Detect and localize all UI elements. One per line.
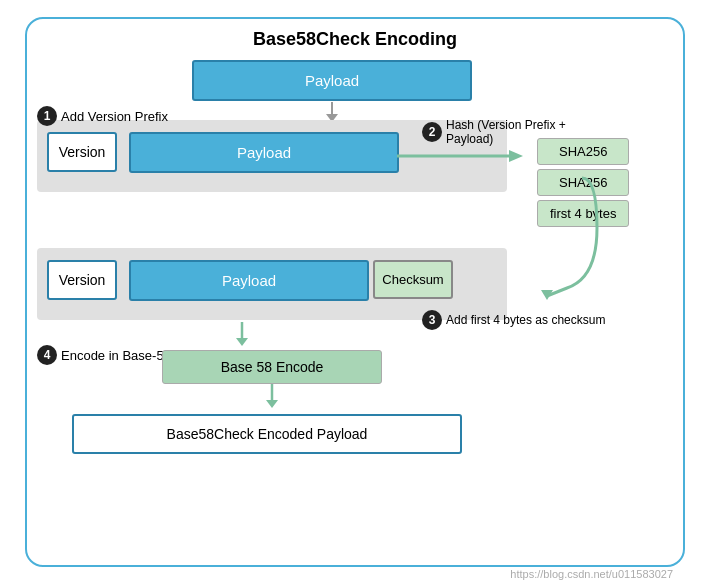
version-box-step3: Version	[47, 260, 117, 300]
step4-label: 4 Encode in Base-58	[37, 345, 171, 365]
checksum-label: Checksum	[373, 260, 453, 299]
step3-circle: 3	[422, 310, 442, 330]
sha256-box-1: SHA256	[537, 138, 629, 165]
step1-label: 1 Add Version Prefix	[37, 106, 168, 126]
page-title: Base58Check Encoding	[37, 29, 673, 50]
step4-circle: 4	[37, 345, 57, 365]
checksum-box: Checksum	[371, 260, 453, 299]
arrow-hash-to-checksum	[527, 168, 607, 308]
payload-box-step1: Payload	[127, 132, 397, 173]
svg-marker-6	[236, 338, 248, 346]
payload-label-step1: Payload	[129, 132, 399, 173]
base58-encode-box-container: Base 58 Encode	[162, 350, 382, 384]
arrow-step3-to-base58	[227, 322, 257, 350]
payload-label-step3: Payload	[129, 260, 369, 301]
step3-label: 3 Add first 4 bytes as checksum	[422, 310, 605, 330]
version-box-step1: Version	[47, 132, 117, 172]
diagram-container: Base58Check Encoding Payload 1 Add Versi…	[25, 17, 685, 567]
base58-encode-box: Base 58 Encode	[162, 350, 382, 384]
arrow-step1-to-hash	[397, 144, 527, 168]
arrow-base58-to-result	[257, 384, 287, 412]
payload-box-step3: Payload	[127, 260, 367, 301]
step3-text: Add first 4 bytes as checksum	[446, 313, 605, 327]
top-payload-container: Payload	[192, 60, 472, 101]
step1-text: Add Version Prefix	[61, 109, 168, 124]
svg-marker-3	[509, 150, 523, 162]
base58-result-box: Base58Check Encoded Payload	[72, 414, 462, 454]
version-label-step1: Version	[47, 132, 117, 172]
step2-circle: 2	[422, 122, 442, 142]
step4-text: Encode in Base-58	[61, 348, 171, 363]
diagram-wrapper: Base58Check Encoding Payload 1 Add Versi…	[0, 0, 710, 584]
version-label-step3: Version	[47, 260, 117, 300]
top-payload-box: Payload	[192, 60, 472, 101]
watermark: https://blog.csdn.net/u011583027	[510, 568, 673, 580]
step1-circle: 1	[37, 106, 57, 126]
diagram-inner: Payload 1 Add Version Prefix Version Pay…	[37, 60, 673, 550]
svg-marker-8	[266, 400, 278, 408]
base58-result-box-container: Base58Check Encoded Payload	[72, 414, 462, 454]
